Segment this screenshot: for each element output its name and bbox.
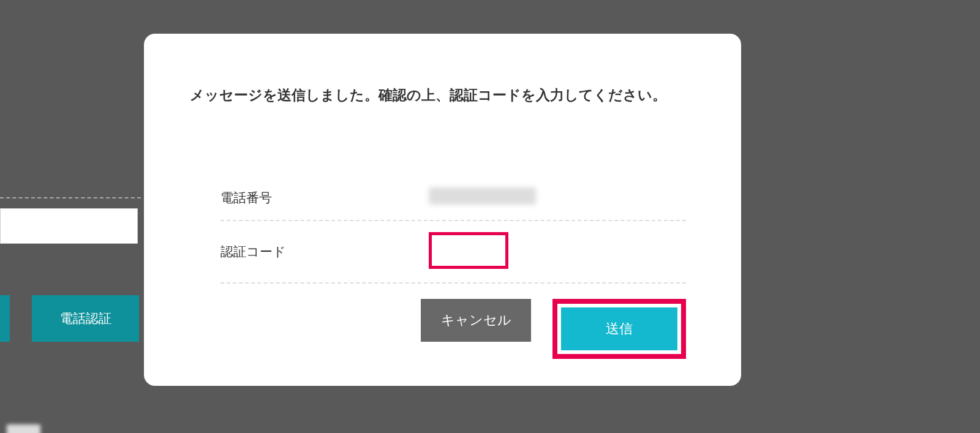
- modal-button-row: キャンセル 送信: [190, 299, 686, 359]
- verification-code-row: 認証コード: [221, 221, 686, 284]
- verification-code-label: 認証コード: [221, 243, 429, 260]
- submit-button[interactable]: 送信: [561, 307, 677, 350]
- cancel-button[interactable]: キャンセル: [421, 299, 531, 342]
- modal-title: メッセージを送信しました。確認の上、認証コードを入力してください。: [190, 86, 704, 105]
- submit-button-highlight: 送信: [552, 299, 686, 359]
- verification-code-value-container: [429, 232, 686, 269]
- verification-modal: メッセージを送信しました。確認の上、認証コードを入力してください。 電話番号 認…: [144, 34, 741, 386]
- phone-number-blurred: [429, 187, 536, 205]
- phone-number-row: 電話番号: [221, 175, 686, 221]
- phone-number-label: 電話番号: [221, 189, 429, 206]
- verification-code-input[interactable]: [429, 232, 508, 269]
- phone-number-value: [429, 187, 686, 208]
